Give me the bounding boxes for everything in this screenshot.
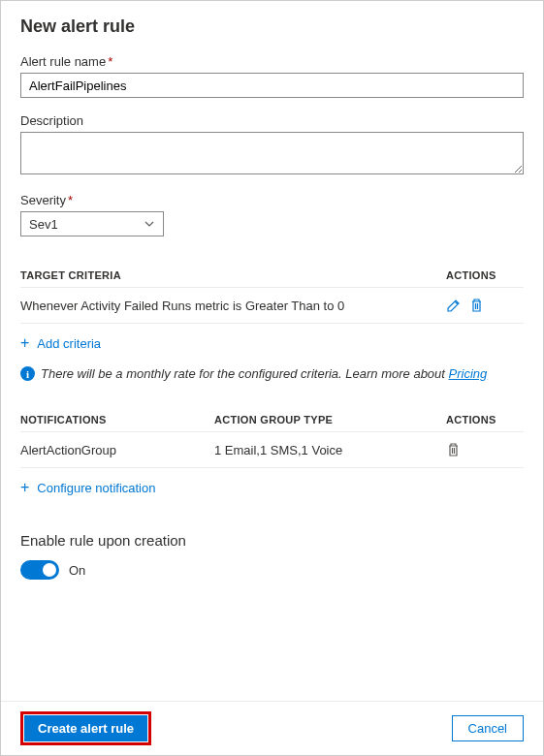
delete-icon[interactable] (469, 298, 484, 313)
enable-rule-toggle[interactable] (20, 560, 59, 580)
add-criteria-button[interactable]: + Add criteria (20, 324, 524, 362)
footer: Create alert rule Cancel (1, 701, 543, 755)
criteria-header: TARGET CRITERIA ACTIONS (20, 264, 524, 288)
page-title: New alert rule (20, 16, 524, 37)
notification-type: 1 Email,1 SMS,1 Voice (214, 443, 446, 457)
info-icon: i (20, 366, 35, 381)
notifications-header: NOTIFICATIONS ACTION GROUP TYPE ACTIONS (20, 408, 524, 432)
pricing-link[interactable]: Pricing (449, 366, 488, 381)
alert-name-label: Alert rule name* (20, 54, 524, 69)
criteria-row: Whenever Activity Failed Runs metric is … (20, 288, 524, 324)
plus-icon: + (20, 335, 29, 351)
plus-icon: + (20, 480, 29, 495)
enable-rule-label: Enable rule upon creation (20, 532, 524, 549)
cancel-button[interactable]: Cancel (452, 715, 524, 741)
delete-icon[interactable] (446, 442, 461, 457)
severity-select[interactable]: Sev1 (20, 211, 164, 236)
criteria-text: Whenever Activity Failed Runs metric is … (20, 299, 446, 313)
create-alert-rule-button[interactable]: Create alert rule (24, 715, 147, 741)
criteria-info: i There will be a monthly rate for the c… (20, 366, 524, 381)
toggle-state-text: On (69, 563, 85, 578)
description-label: Description (20, 113, 524, 128)
severity-label: Severity* (20, 193, 524, 207)
description-input[interactable] (20, 132, 524, 174)
notification-name: AlertActionGroup (20, 443, 214, 457)
chevron-down-icon (144, 218, 155, 230)
alert-name-input[interactable] (20, 73, 524, 98)
severity-value: Sev1 (29, 217, 58, 232)
notification-row: AlertActionGroup 1 Email,1 SMS,1 Voice (20, 432, 524, 468)
edit-icon[interactable] (446, 298, 462, 313)
create-button-highlight: Create alert rule (20, 711, 151, 745)
configure-notification-button[interactable]: + Configure notification (20, 468, 524, 507)
